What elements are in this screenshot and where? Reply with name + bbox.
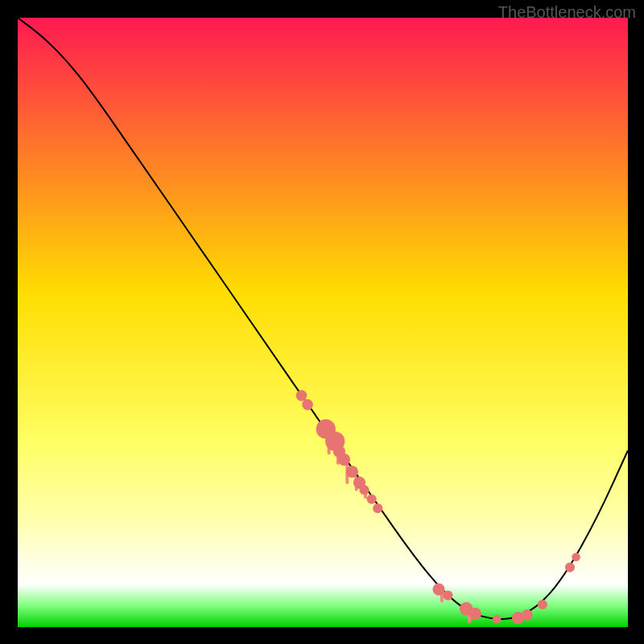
svg-point-27 (572, 553, 580, 562)
svg-point-13 (346, 465, 358, 477)
svg-point-17 (373, 503, 382, 513)
svg-point-21 (469, 608, 481, 620)
svg-point-22 (493, 615, 502, 624)
chart-container: TheBottleneck.com (0, 0, 644, 644)
svg-point-7 (296, 390, 308, 402)
svg-point-24 (522, 609, 533, 621)
svg-point-15 (359, 485, 369, 495)
svg-point-26 (565, 563, 575, 572)
bottleneck-chart (0, 0, 644, 644)
svg-point-12 (338, 453, 350, 465)
plot-background (18, 18, 628, 627)
svg-point-8 (302, 399, 313, 411)
svg-point-16 (367, 494, 377, 504)
svg-point-19 (443, 591, 452, 601)
svg-point-18 (432, 583, 444, 595)
watermark-text: TheBottleneck.com (498, 3, 636, 22)
svg-point-25 (538, 600, 547, 609)
